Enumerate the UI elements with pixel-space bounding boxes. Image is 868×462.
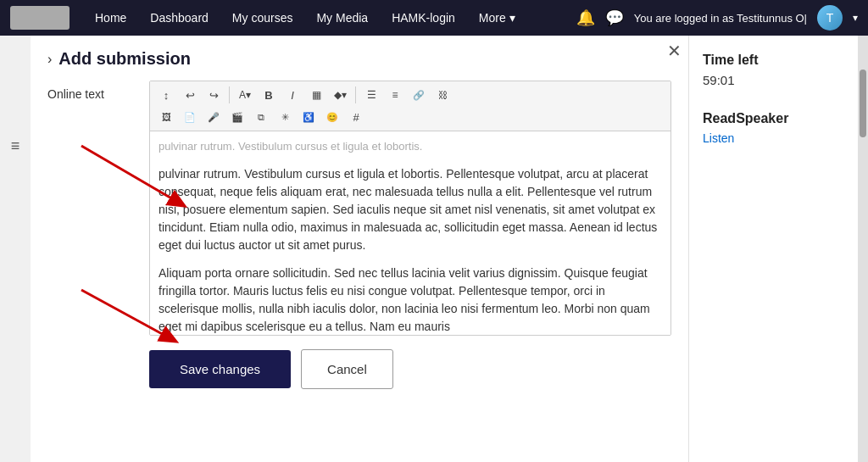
toolbar-ul-btn[interactable]: ☰ [360, 85, 382, 105]
toolbar-row-1: ↕ ↩ ↪ A▾ B I ▦ ◆▾ ☰ ≡ 🔗 ⛓ [155, 85, 665, 105]
toolbar-image-btn[interactable]: 🖼 [155, 107, 177, 127]
user-text: You are logged in as Testitunnus O| [634, 12, 807, 25]
editor-para-1: pulvinar rutrum. Vestibulum cursus et li… [159, 138, 662, 155]
page-scrollbar[interactable] [858, 36, 868, 462]
form-label-online-text: Online text [47, 81, 149, 101]
time-left-title: Time left [703, 53, 844, 68]
toolbar-bold-btn[interactable]: B [258, 85, 280, 105]
more-chevron-icon: ▾ [509, 11, 515, 25]
toolbar-font-btn[interactable]: A▾ [234, 85, 256, 105]
editor-para-3: Aliquam porta ornare sollicitudin. Sed n… [159, 264, 662, 336]
collapse-chevron-icon[interactable]: › [47, 52, 52, 67]
toolbar-hash-btn[interactable]: # [345, 107, 367, 127]
navbar: Home Dashboard My courses My Media HAMK-… [0, 0, 868, 36]
navbar-link-dashboard[interactable]: Dashboard [138, 0, 220, 36]
toolbar-special-btn[interactable]: ✳ [274, 107, 296, 127]
time-left-section: Time left 59:01 [703, 53, 844, 87]
form-row: Online text ↕ ↩ ↪ A▾ B I ▦ ◆▾ [47, 81, 671, 336]
main-container: ≡ ✕ › Add submission Online text ↕ ↩ ↪ [0, 36, 868, 462]
page-title: Add submission [58, 49, 191, 69]
navbar-link-more[interactable]: More ▾ [467, 0, 527, 36]
buttons-row: Save changes Cancel [47, 349, 671, 389]
scrollbar-thumb[interactable] [860, 70, 866, 137]
time-left-value: 59:01 [703, 73, 844, 87]
toolbar-copy-btn[interactable]: ⧉ [250, 107, 272, 127]
editor-content[interactable]: pulvinar rutrum. Vestibulum cursus et li… [150, 131, 670, 335]
page-title-row: › Add submission [47, 49, 671, 69]
toolbar-redo-btn[interactable]: ↪ [203, 85, 225, 105]
close-button[interactable]: ✕ [667, 42, 682, 59]
editor-toolbar: ↕ ↩ ↪ A▾ B I ▦ ◆▾ ☰ ≡ 🔗 ⛓ [150, 81, 670, 131]
toolbar-emoji-btn[interactable]: 😊 [321, 107, 343, 127]
navbar-link-mymedia[interactable]: My Media [304, 0, 380, 36]
navbar-link-hamk[interactable]: HAMK-login [380, 0, 467, 36]
toolbar-unlink-btn[interactable]: ⛓ [431, 85, 453, 105]
readspeaker-section: ReadSpeaker Listen [703, 111, 844, 145]
sidebar-toggle-button[interactable]: ≡ [11, 137, 20, 155]
toolbar-undo-btn[interactable]: ↩ [179, 85, 201, 105]
readspeaker-title: ReadSpeaker [703, 111, 844, 126]
toolbar-accessibility-btn[interactable]: ♿ [298, 107, 320, 127]
avatar-chevron-icon: ▾ [853, 12, 858, 24]
editor-container: ↕ ↩ ↪ A▾ B I ▦ ◆▾ ☰ ≡ 🔗 ⛓ [149, 81, 671, 336]
message-icon[interactable]: 💬 [605, 8, 624, 27]
save-changes-button[interactable]: Save changes [149, 350, 291, 388]
navbar-logo [10, 6, 70, 30]
navbar-right: 🔔 💬 You are logged in as Testitunnus O| … [576, 5, 858, 31]
navbar-links: Home Dashboard My courses My Media HAMK-… [83, 0, 576, 36]
toolbar-media-btn[interactable]: 📄 [179, 107, 201, 127]
readspeaker-listen-link[interactable]: Listen [703, 131, 734, 145]
sidebar-toggle: ≡ [0, 36, 31, 462]
toolbar-table-btn[interactable]: ▦ [305, 85, 327, 105]
toolbar-color-btn[interactable]: ◆▾ [329, 85, 351, 105]
content-area: ✕ › Add submission Online text ↕ ↩ ↪ A▾ … [31, 36, 688, 462]
editor-para-2: pulvinar rutrum. Vestibulum cursus et li… [159, 165, 662, 254]
toolbar-sep-2 [355, 86, 356, 103]
toolbar-row-2: 🖼 📄 🎤 🎬 ⧉ ✳ ♿ 😊 # [155, 107, 665, 127]
right-sidebar: Time left 59:01 ReadSpeaker Listen [688, 36, 858, 462]
notification-icon[interactable]: 🔔 [576, 8, 595, 27]
cancel-button[interactable]: Cancel [301, 349, 393, 389]
navbar-link-mycourses[interactable]: My courses [220, 0, 305, 36]
toolbar-audio-btn[interactable]: 🎤 [203, 107, 225, 127]
toolbar-ol-btn[interactable]: ≡ [384, 85, 406, 105]
toolbar-video-btn[interactable]: 🎬 [226, 107, 248, 127]
avatar[interactable]: T [817, 5, 843, 31]
toolbar-link-btn[interactable]: 🔗 [408, 85, 430, 105]
navbar-link-home[interactable]: Home [83, 0, 138, 36]
toolbar-format-btn[interactable]: ↕ [155, 85, 177, 105]
toolbar-italic-btn[interactable]: I [281, 85, 303, 105]
toolbar-sep-1 [229, 86, 230, 103]
